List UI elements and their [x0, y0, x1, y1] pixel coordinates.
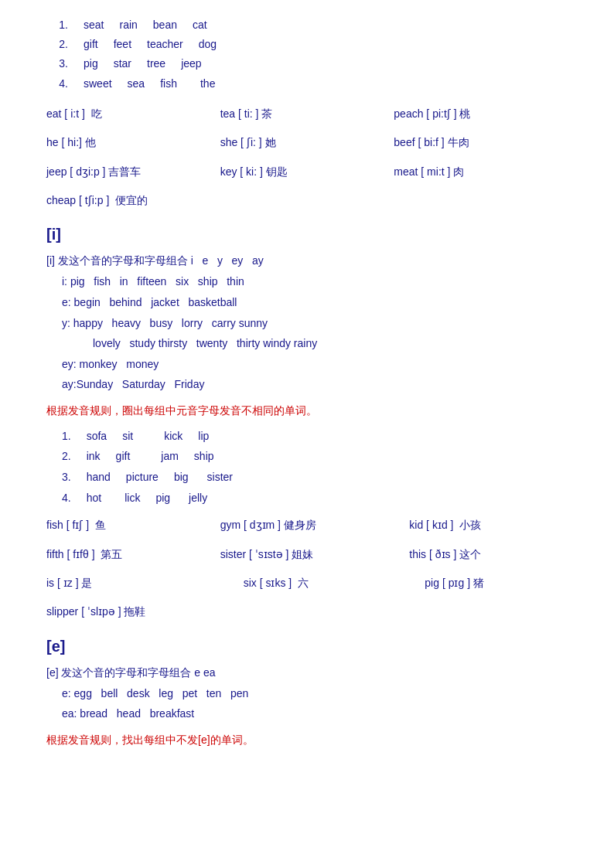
vocab-row-3: jeep [ dʒi:p ] 吉普车 key [ ki: ] 钥匙 meat […: [46, 159, 568, 186]
line-e-e: e: egg bell desk leg pet ten pen: [62, 683, 568, 704]
top-numbered-list: 1. seat rain bean cat 2. gift feet teach…: [46, 15, 568, 94]
list-row-3: 3. pig star tree jeep: [46, 54, 568, 73]
vocab-row-2: he [ hi:] 他 she [ ʃi: ] 她 beef [ bi:f ] …: [46, 130, 568, 156]
list-row-1: 1. seat rain bean cat: [46, 15, 568, 35]
vocab-six: six [ sɪks ] 六: [220, 570, 394, 597]
vocab-sister: sister [ ˈsɪstə ] 姐妹: [220, 542, 394, 568]
ex-i-1: 1. sofa sit kick lip: [62, 426, 568, 447]
vocab-he: he [ hi:] 他: [46, 130, 220, 156]
list-row-2: 2. gift feet teacher dog: [46, 35, 568, 54]
vocab-peach: peach [ pi:tʃ ] 桃: [394, 101, 568, 128]
extra-i: slipper [ ˈslɪpə ] 拖鞋: [46, 600, 568, 624]
vocab-is: is [ ɪz ] 是: [46, 570, 220, 597]
line-y-i: y: happy heavy busy lorry carry sunny: [62, 313, 568, 334]
vocab-this: this [ ðɪs ] 这个: [394, 542, 568, 568]
vocab-key: key [ ki: ] 钥匙: [220, 159, 394, 186]
line-ea-e: ea: bread head breakfast: [62, 703, 568, 724]
rule-e: 根据发音规则，找出每组中不发[e]的单词。: [46, 729, 568, 751]
vocab-beef: beef [ bi:f ] 牛肉: [394, 130, 568, 156]
letter-lines-i: i: pig fish in fifteen six ship thin e: …: [46, 271, 568, 395]
vocab-jeep: jeep [ dʒi:p ] 吉普车: [46, 159, 220, 186]
section-i: [i] [i] 发这个音的字母和字母组合 i e y ey ay i: pig …: [46, 226, 568, 624]
vocab-i-section: fish [ fɪʃ ] 鱼 gym [ dʒɪm ] 健身房 kid [ kɪ…: [46, 512, 568, 597]
line-i-i: i: pig fish in fifteen six ship thin: [62, 271, 568, 292]
vocab-eat: eat [ i:t ] 吃: [46, 101, 220, 128]
letter-lines-e: e: egg bell desk leg pet ten pen ea: bre…: [46, 683, 568, 724]
vocab-gym: gym [ dʒɪm ] 健身房: [220, 512, 394, 539]
vocab-ee-section: eat [ i:t ] 吃 tea [ ti: ] 茶 peach [ pi:t…: [46, 101, 568, 213]
vocab-i-row-2: fifth [ fɪfθ ] 第五 sister [ ˈsɪstə ] 姐妹 t…: [46, 542, 568, 568]
intro-e: [e] 发这个音的字母和字母组合 e ea: [46, 662, 568, 683]
vocab-i-row-1: fish [ fɪʃ ] 鱼 gym [ dʒɪm ] 健身房 kid [ kɪ…: [46, 512, 568, 539]
line-e-i: e: begin behind jacket basketball: [62, 292, 568, 313]
ex-i-2: 2. ink gift jam ship: [62, 446, 568, 467]
vocab-she: she [ ʃi: ] 她: [220, 130, 394, 156]
vocab-row-4: cheap [ tʃi:p ] 便宜的: [46, 189, 568, 213]
intro-i: [i] 发这个音的字母和字母组合 i e y ey ay: [46, 250, 568, 271]
num-2: 2.: [46, 35, 68, 54]
vocab-pig: pig [ pɪg ] 猪: [394, 570, 568, 597]
line-ey-i: ey: monkey money: [62, 354, 568, 375]
vocab-fish: fish [ fɪʃ ] 鱼: [46, 512, 220, 539]
vocab-row-1: eat [ i:t ] 吃 tea [ ti: ] 茶 peach [ pi:t…: [46, 101, 568, 128]
vocab-cheap: cheap [ tʃi:p ] 便宜的: [46, 194, 148, 206]
vocab-i-row-3: is [ ɪz ] 是 six [ sɪks ] 六 pig [ pɪg ] 猪: [46, 570, 568, 597]
num-3: 3.: [46, 54, 68, 73]
exercises-i: 1. sofa sit kick lip 2. ink gift jam shi…: [46, 426, 568, 508]
num-4: 4.: [46, 74, 68, 94]
ex-i-4: 4. hot lick pig jelly: [62, 488, 568, 509]
vocab-tea: tea [ ti: ] 茶: [220, 101, 394, 128]
vocab-meat: meat [ mi:t ] 肉: [394, 159, 568, 186]
section-e: [e] [e] 发这个音的字母和字母组合 e ea e: egg bell de…: [46, 638, 568, 751]
vocab-fifth: fifth [ fɪfθ ] 第五: [46, 542, 220, 568]
list-row-4: 4. sweet sea fish the: [46, 74, 568, 94]
line-y2-i: lovely study thirsty twenty thirty windy…: [62, 333, 568, 354]
heading-e: [e]: [46, 638, 568, 655]
vocab-kid: kid [ kɪd ] 小孩: [394, 512, 568, 539]
line-ay-i: ay:Sunday Saturday Friday: [62, 374, 568, 395]
rule-i: 根据发音规则，圈出每组中元音字母发音不相同的单词。: [46, 400, 568, 421]
ex-i-3: 3. hand picture big sister: [62, 467, 568, 488]
heading-i: [i]: [46, 226, 568, 243]
num-1: 1.: [46, 15, 68, 35]
